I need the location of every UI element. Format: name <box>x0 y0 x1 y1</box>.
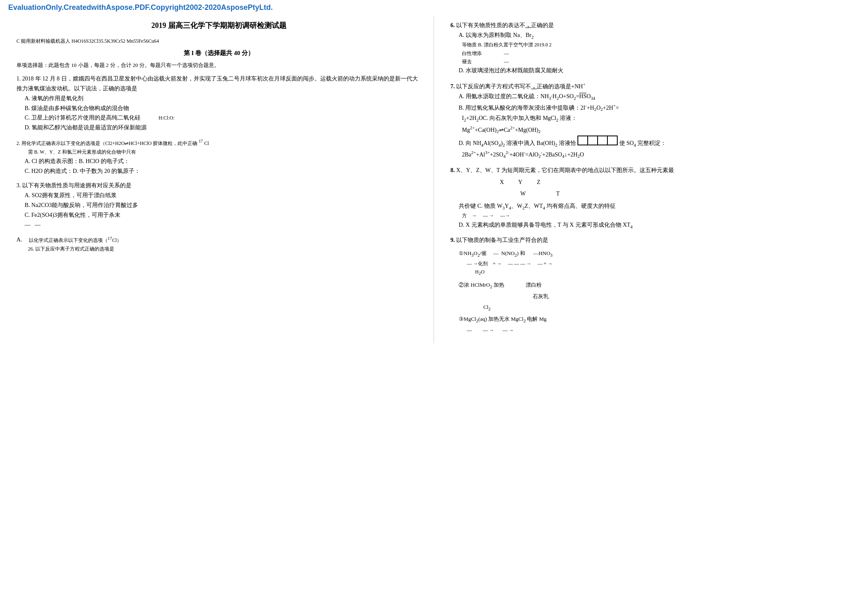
q7-optD2: 2Ba2++Al3++2SO42-+4OH-=AlO2-+2BaSO4↓+2H2… <box>462 149 856 160</box>
q8-optC: 共价键 C. 物质 W3Y4、W2Z、WT4 均有熔点高、硬度大的特征 <box>459 201 856 211</box>
q3-optionA: A. SO2拥有复原性，可用于漂白纸浆 <box>25 191 421 200</box>
q6-optA: A. 以海水为原料制取 Na、Br2 <box>459 30 856 41</box>
q3-optionB: B. Na2CO3能与酸反响，可用作治疗胃酸过多 <box>25 200 421 210</box>
q7-optB: B. 用过氧化氢从酸化的海带灰浸出液中提取碘：2I-+H2O2+2H+= <box>459 102 856 113</box>
q2-note: 17 <box>199 139 203 143</box>
watermark-text: EvaluationOnly.CreatedwithAspose.PDF.Cop… <box>0 0 868 15</box>
question-7: 7. 以下反应的离子方程式书写不．正确的选项是+NH+ A. 用氨水沥取过度的二… <box>450 80 856 160</box>
q2-optionA: A. Cl 的构造表示图：B. HClO 的电子式： <box>25 156 421 166</box>
q4-note: 26. 以下反应中离子方程式正确的选项是 <box>28 245 421 253</box>
q6-noteB: 等物质 B. 漂白粉久置于空气中漂 2019.0 2 <box>462 41 856 49</box>
q3-text: 3. 以下有关物质性质与用途拥有对应关系的是 <box>16 181 421 191</box>
q8-arrows: 方 → — → —→ <box>462 211 856 220</box>
q7-optD: D. 向 NH4Al(SO4)2 溶液中滴入 Ba(OH)2 溶液恰 使 SO4… <box>459 136 856 149</box>
question-8: 8. X、Y、Z、W、T 为短周期元素，它们在周期表中的地点以以下图所示。这五种… <box>450 166 856 231</box>
q9-item1-row: ①NH3O2/催 — N(NO2) 和 —HNO3 — →化剂 = → — — … <box>450 248 856 277</box>
right-column: 6. 以下有关物质性质的表达不．正确的是 A. 以海水为原料制取 Na、Br2 … <box>434 16 868 343</box>
q9-item3: ③MgCl2(aq) 加热无水 MgCl2 电解 Mg <box>459 315 856 324</box>
q9-item2c: Cl2 <box>483 303 856 313</box>
question-9: 9. 以下物质的制备与工业生产符合的是 ①NH3O2/催 — N(NO2) 和 … <box>450 235 856 334</box>
q7-text: 7. 以下反应的离子方程式书写不．正确的选项是+NH+ <box>450 80 856 91</box>
section-header: 第 I 卷（选择题共 40 分） <box>16 49 421 57</box>
q9-text: 9. 以下物质的制备与工业生产符合的是 <box>450 235 856 245</box>
q7-optA: A. 用氨水沥取过度的二氧化硫：NH3·H2O+SO2=HSO34 <box>459 92 856 102</box>
formula-header: C 能用新材料输载机器人 H4O16S32Cl35.5K39Cr52 Mn55F… <box>16 37 421 45</box>
q6-noteC: 白性增添 — <box>462 49 856 57</box>
question-4: A. 以化学式正确表示以下变化的选项（17Cl） 26. 以下反应中离子方程式正… <box>16 234 421 253</box>
completion-grid <box>577 136 618 145</box>
q9-item3b: — — → — → <box>467 326 856 334</box>
q4-label: A. <box>16 235 22 245</box>
q7-optB3: Mg2++Ca(OH)2⇌Ca2++Mg(OH)2 <box>462 124 856 136</box>
q1-text: 1. 2018 年 12 月 8 日，嫦娥四号在西昌卫星发射中心由远载火箭发射，… <box>16 74 421 94</box>
q7-optB2: I2+2H2OC. 向石灰乳中加入饱和 MgCl2 溶液： <box>462 113 856 124</box>
q4-cl-note: 以化学式正确表示以下变化的选项（17Cl） <box>29 234 122 244</box>
q8-text: 8. X、Y、Z、W、T 为短周期元素，它们在周期表中的地点以以下图所示。这五种… <box>450 166 856 175</box>
q1-optionA: A. 液氧的作用是氧化剂 <box>25 94 421 103</box>
q2-sub: 需 B. W、Y、Z 和氯三种元素形成的化合物中只有 <box>28 148 421 156</box>
q1-optionD: D. 氢能和乙醇汽油都是说是最适宜的环保新能源 <box>25 123 421 133</box>
q9-item1b: — →化剂 = → — — — → — = → <box>467 260 856 268</box>
q3-dash: — — <box>25 220 421 230</box>
q6-text: 6. 以下有关物质性质的表达不．正确的是 <box>450 21 856 30</box>
q8-optD: D. X 元素构成的单质能够具备导电性，T 与 X 元素可形成化合物 XT4 <box>459 220 856 230</box>
document-title: 2019 届高三化学下学期期初调研检测试题 <box>16 21 421 30</box>
question-2: 2. 用化学式正确表示以下变化的选项是（Cl2+H2O⇌HCl+HClO 胶体微… <box>16 138 421 176</box>
q6-optD: D. 水玻璃浸泡过的木材既能防腐又能耐火 <box>459 66 856 76</box>
q9-item2: ②浓 HClMrO2 加热 漂白粉 <box>459 280 856 290</box>
q9-item2b: 石灰乳 <box>533 292 856 301</box>
formula-label: H:Cl:O: <box>159 115 175 121</box>
q2-optionC: C. H2O 的构造式：D. 中子数为 20 的氯原子： <box>25 166 421 176</box>
q1-optionC: C. 卫星上的计算机芯片使用的是高纯二氧化硅 H:Cl:O: <box>25 113 421 123</box>
q6-noteD: 褪去 — <box>462 57 856 66</box>
q1-optionB: B. 煤油是由多种碳氢化合物构成的混合物 <box>25 103 421 113</box>
q3-optionC: C. Fe2(SO4)3拥有氧化性，可用于杀末 <box>25 210 421 220</box>
q8-xyz: X Y Z <box>500 177 856 187</box>
q4-row: A. 以化学式正确表示以下变化的选项（17Cl） <box>16 234 421 244</box>
question-1: 1. 2018 年 12 月 8 日，嫦娥四号在西昌卫星发射中心由远载火箭发射，… <box>16 74 421 133</box>
q9-item1: ①NH3O2/催 — N(NO2) 和 —HNO3 <box>459 248 856 259</box>
q8-wt: W T <box>520 189 856 199</box>
question-3: 3. 以下有关物质性质与用途拥有对应关系的是 A. SO2拥有复原性，可用于漂白… <box>16 181 421 230</box>
left-column: 2019 届高三化学下学期期初调研检测试题 C 能用新材料输载机器人 H4O16… <box>0 16 434 343</box>
instructions: 单项选择题：此题包含 10 小题，每题 2 分，合计 20 分。每题只有一个选项… <box>16 61 421 70</box>
q2-text: 2. 用化学式正确表示以下变化的选项是（Cl2+H2O⇌HCl+HClO 胶体微… <box>16 138 421 148</box>
q9-item1c: H2O <box>475 268 856 277</box>
question-6: 6. 以下有关物质性质的表达不．正确的是 A. 以海水为原料制取 Na、Br2 … <box>450 21 856 76</box>
